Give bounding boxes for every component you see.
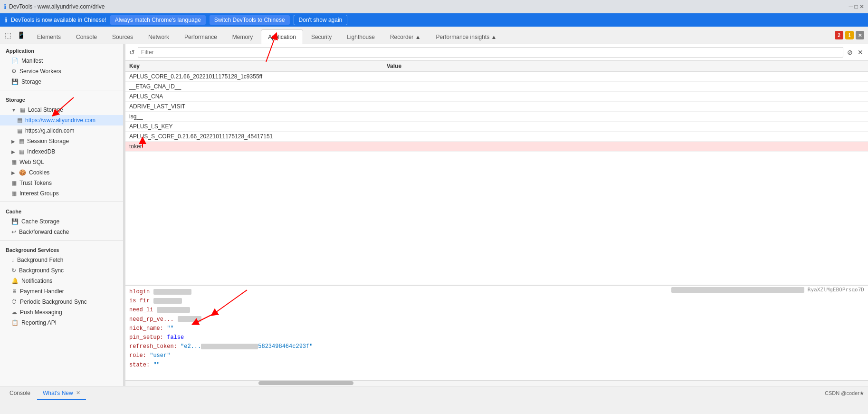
blurred-value bbox=[178, 316, 201, 322]
table-row[interactable]: token bbox=[125, 142, 868, 152]
sidebar-item-trust-tokens[interactable]: ▦ Trust Tokens bbox=[0, 178, 123, 188]
sidebar-item-alicdn[interactable]: ▦ https://g.alicdn.com bbox=[0, 125, 123, 136]
reporting-api-icon: 📋 bbox=[11, 319, 19, 326]
table-row[interactable]: isg__ bbox=[125, 112, 868, 122]
sidebar-item-bg-sync[interactable]: ↻ Background Sync bbox=[0, 265, 123, 276]
sidebar-item-local-storage[interactable]: ▼ ▦ Local Storage bbox=[0, 105, 123, 115]
table-cell-value bbox=[383, 112, 868, 122]
table-row[interactable]: APLUS_CNA bbox=[125, 92, 868, 102]
table-cell-value bbox=[383, 92, 868, 102]
sidebar-item-push-messaging[interactable]: ☁ Push Messaging bbox=[0, 307, 123, 318]
filter-block-button[interactable]: ⊘ bbox=[846, 48, 854, 57]
dont-show-button[interactable]: Don't show again bbox=[294, 15, 348, 25]
sidebar-divider-1 bbox=[0, 90, 123, 90]
sidebar-item-label: Payment Handler bbox=[20, 288, 64, 295]
tab-recorder[interactable]: Recorder ▲ bbox=[383, 29, 428, 44]
tab-performance[interactable]: Performance bbox=[177, 29, 224, 44]
match-language-button[interactable]: Always match Chrome's language bbox=[110, 15, 206, 25]
sidebar-item-label: Periodic Background Sync bbox=[20, 298, 87, 305]
horizontal-scrollbar[interactable] bbox=[125, 380, 868, 386]
tab-sources[interactable]: Sources bbox=[105, 29, 140, 44]
sidebar-item-cache-storage[interactable]: 💾 Cache Storage bbox=[0, 216, 123, 227]
sidebar-item-session-storage[interactable]: ▶ ▦ Session Storage bbox=[0, 136, 123, 146]
sidebar: Application 📄 Manifest ⚙ Service Workers… bbox=[0, 44, 124, 386]
tab-console[interactable]: Console bbox=[69, 29, 104, 44]
sidebar-item-periodic-sync[interactable]: ⏱ Periodic Background Sync bbox=[0, 297, 123, 307]
payment-handler-icon: 🖥 bbox=[11, 288, 17, 295]
indexeddb-icon: ▦ bbox=[19, 148, 24, 155]
table-cell-value bbox=[383, 82, 868, 92]
filter-clear-button[interactable]: ✕ bbox=[857, 48, 864, 57]
sidebar-item-payment-handler[interactable]: 🖥 Payment Handler bbox=[0, 286, 123, 297]
error-badge[interactable]: 2 bbox=[835, 31, 843, 39]
tab-lighthouse[interactable]: Lighthouse bbox=[340, 29, 382, 44]
inspect-icon[interactable]: ⬚ bbox=[3, 30, 13, 40]
sidebar-item-indexeddb[interactable]: ▶ ▦ IndexedDB bbox=[0, 146, 123, 157]
sidebar-item-service-workers[interactable]: ⚙ Service Workers bbox=[0, 66, 123, 77]
table-row[interactable]: APLUS_CORE_0.21.66_20221011175128_1c9355… bbox=[125, 72, 868, 82]
sidebar-item-label: IndexedDB bbox=[27, 148, 55, 155]
cache-storage-icon: 💾 bbox=[11, 218, 19, 225]
tab-memory[interactable]: Memory bbox=[225, 29, 260, 44]
sidebar-item-interest-groups[interactable]: ▦ Interest Groups bbox=[0, 188, 123, 199]
bottom-tab-console[interactable]: Console bbox=[4, 386, 36, 400]
sidebar-item-cookies[interactable]: ▶ 🍪 Cookies bbox=[0, 167, 123, 178]
tab-security[interactable]: Security bbox=[304, 29, 339, 44]
title-bar: ℹ DevTools - www.aliyundrive.com/drive ─… bbox=[0, 0, 868, 13]
tab-perf-insights[interactable]: Performance insights ▲ bbox=[429, 29, 504, 44]
sidebar-item-label: Trust Tokens bbox=[19, 180, 52, 186]
detail-line-state: state: "" bbox=[129, 361, 864, 370]
table-cell-key: APLUS_LS_KEY bbox=[125, 122, 383, 132]
sidebar-section-storage: Storage bbox=[0, 93, 123, 105]
scrollbar-thumb[interactable] bbox=[258, 381, 353, 385]
sidebar-item-storage-main[interactable]: 💾 Storage bbox=[0, 77, 123, 87]
blurred-token bbox=[201, 344, 258, 349]
bottom-bar: Console What's New ✕ CSDN @coder★ bbox=[0, 386, 868, 400]
sidebar-divider-2 bbox=[0, 202, 123, 202]
sidebar-item-bg-fetch[interactable]: ↓ Background Fetch bbox=[0, 255, 123, 265]
tab-elements[interactable]: Elements bbox=[30, 29, 68, 44]
tab-application[interactable]: Application bbox=[261, 29, 303, 44]
close-badge[interactable]: ✕ bbox=[856, 31, 864, 39]
filter-input[interactable] bbox=[138, 47, 843, 58]
device-toggle-icon[interactable]: 📱 bbox=[15, 30, 27, 40]
sidebar-item-label: Local Storage bbox=[28, 106, 63, 113]
table-cell-value bbox=[383, 72, 868, 82]
service-workers-icon: ⚙ bbox=[11, 68, 17, 75]
bottom-tab-whatsnew[interactable]: What's New ✕ bbox=[37, 386, 86, 400]
warning-badge[interactable]: 1 bbox=[845, 31, 854, 39]
sidebar-item-label: Cache Storage bbox=[21, 218, 59, 225]
table-row[interactable]: APLUS_S_CORE_0.21.66_20221011175128_4541… bbox=[125, 132, 868, 142]
expand-icon: ▶ bbox=[11, 149, 15, 154]
storage-table: Key Value APLUS_CORE_0.21.66_20221011175… bbox=[125, 61, 868, 152]
sidebar-item-back-forward[interactable]: ↩ Back/forward cache bbox=[0, 227, 123, 237]
filter-refresh-icon[interactable]: ↺ bbox=[129, 48, 135, 56]
back-forward-icon: ↩ bbox=[11, 229, 16, 235]
sidebar-item-notifications[interactable]: 🔔 Notifications bbox=[0, 276, 123, 286]
table-cell-key: isg__ bbox=[125, 112, 383, 122]
blurred-value bbox=[153, 289, 191, 295]
bottom-tab-close-icon[interactable]: ✕ bbox=[76, 390, 80, 396]
sidebar-item-manifest[interactable]: 📄 Manifest bbox=[0, 56, 123, 66]
sidebar-item-web-sql[interactable]: ▦ Web SQL bbox=[0, 157, 123, 167]
detail-line-needli: need_li bbox=[129, 306, 864, 315]
window-close[interactable]: ─ □ ✕ bbox=[849, 3, 864, 10]
sidebar-section-cache: Cache bbox=[0, 205, 123, 216]
sidebar-item-aliyundrive[interactable]: ▦ https://www.aliyundrive.com bbox=[0, 115, 123, 125]
table-row[interactable]: __ETAG_CNA_ID__ bbox=[125, 82, 868, 92]
tab-network[interactable]: Network bbox=[141, 29, 176, 44]
cookies-icon: 🍪 bbox=[19, 169, 26, 176]
table-cell-key: APLUS_S_CORE_0.21.66_20221011175128_4541… bbox=[125, 132, 383, 142]
info-bar: ℹ DevTools is now available in Chinese! … bbox=[0, 13, 868, 27]
detail-area: RyaXZlMgEBOPrsqo7D hlogin is_fir need_li… bbox=[125, 285, 868, 380]
sidebar-item-reporting-api[interactable]: 📋 Reporting API bbox=[0, 318, 123, 328]
switch-chinese-button[interactable]: Switch DevTools to Chinese bbox=[210, 15, 290, 25]
storage-icon: 💾 bbox=[11, 78, 19, 85]
table-row[interactable]: APLUS_LS_KEY bbox=[125, 122, 868, 132]
table-cell-value bbox=[383, 142, 868, 152]
table-row[interactable]: ADRIVE_LAST_VISIT bbox=[125, 102, 868, 112]
sidebar-item-label: https://g.alicdn.com bbox=[25, 127, 74, 134]
sidebar-item-label: Interest Groups bbox=[19, 190, 59, 197]
content-area: ↺ ⊘ ✕ Key Value APLUS_CORE_0.21.66_20221… bbox=[125, 44, 868, 386]
main-layout: Application 📄 Manifest ⚙ Service Workers… bbox=[0, 44, 868, 386]
